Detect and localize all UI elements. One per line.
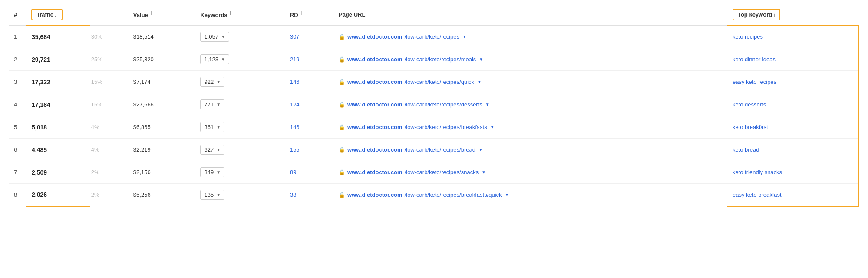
cell-keywords[interactable]: 349 ▼ <box>195 161 284 184</box>
cell-url[interactable]: 🔒 www.dietdoctor.com/low-carb/keto/recip… <box>333 184 727 206</box>
cell-top-keyword[interactable]: keto recipes <box>727 25 859 48</box>
table-row: 5 5,018 4% $6,865 361 ▼ 146 🔒 www.dietdo… <box>9 116 859 139</box>
url-path: /low-carb/keto/recipes/breakfasts <box>405 124 487 130</box>
cell-traffic: 17,322 <box>26 71 90 93</box>
cell-url[interactable]: 🔒 www.dietdoctor.com/low-carb/keto/recip… <box>333 139 727 161</box>
cell-percent: 4% <box>90 139 128 161</box>
cell-traffic: 29,721 <box>26 48 90 71</box>
url-dropdown-icon[interactable]: ▼ <box>485 102 490 107</box>
url-dropdown-icon[interactable]: ▼ <box>490 125 495 129</box>
url-dropdown-icon[interactable]: ▼ <box>505 192 509 197</box>
cell-keywords[interactable]: 922 ▼ <box>195 71 284 93</box>
lock-icon: 🔒 <box>339 56 345 63</box>
cell-traffic: 17,184 <box>26 93 90 116</box>
keywords-dropdown[interactable]: 922 ▼ <box>200 77 224 87</box>
keywords-dropdown[interactable]: 1,123 ▼ <box>200 54 229 64</box>
url-dropdown-icon[interactable]: ▼ <box>479 57 483 62</box>
url-path: /low-carb/keto/recipes/snacks <box>405 169 479 175</box>
cell-num: 4 <box>9 93 26 116</box>
col-header-traffic[interactable]: Traffic ↓ <box>26 4 128 25</box>
cell-top-keyword[interactable]: easy keto breakfast <box>727 184 859 206</box>
cell-top-keyword[interactable]: keto desserts <box>727 93 859 116</box>
top-keyword-info-icon[interactable]: i <box>774 12 775 17</box>
cell-keywords[interactable]: 1,123 ▼ <box>195 48 284 71</box>
keywords-info-icon[interactable]: i <box>230 10 231 16</box>
keywords-dropdown[interactable]: 135 ▼ <box>200 190 224 200</box>
value-info-icon[interactable]: i <box>150 10 152 16</box>
keywords-dropdown[interactable]: 1,057 ▼ <box>200 32 229 42</box>
url-path: /low-carb/keto/recipes/meals <box>405 56 476 63</box>
page-url-link[interactable]: 🔒 www.dietdoctor.com/low-carb/keto/recip… <box>339 101 490 108</box>
cell-top-keyword[interactable]: keto dinner ideas <box>727 48 859 71</box>
cell-url[interactable]: 🔒 www.dietdoctor.com/low-carb/keto/recip… <box>333 71 727 93</box>
cell-percent: 15% <box>90 93 128 116</box>
cell-keywords[interactable]: 361 ▼ <box>195 116 284 139</box>
table-row: 2 29,721 25% $25,320 1,123 ▼ 219 🔒 www.d… <box>9 48 859 71</box>
url-dropdown-icon[interactable]: ▼ <box>477 79 482 84</box>
page-url-link[interactable]: 🔒 www.dietdoctor.com/low-carb/keto/recip… <box>339 169 486 175</box>
keywords-dropdown[interactable]: 361 ▼ <box>200 122 224 132</box>
page-url-link[interactable]: 🔒 www.dietdoctor.com/low-carb/keto/recip… <box>339 192 509 198</box>
cell-top-keyword[interactable]: keto breakfast <box>727 116 859 139</box>
page-url-link[interactable]: 🔒 www.dietdoctor.com/low-carb/keto/recip… <box>339 124 495 130</box>
header-row: # Traffic ↓ Value i Keywords i R <box>9 4 859 25</box>
cell-keywords[interactable]: 627 ▼ <box>195 139 284 161</box>
keywords-dropdown[interactable]: 771 ▼ <box>200 99 224 109</box>
rd-info-icon[interactable]: i <box>300 10 302 16</box>
cell-value: $25,320 <box>128 48 195 71</box>
cell-value: $2,156 <box>128 161 195 184</box>
table-row: 7 2,509 2% $2,156 349 ▼ 89 🔒 www.dietdoc… <box>9 161 859 184</box>
cell-url[interactable]: 🔒 www.dietdoctor.com/low-carb/keto/recip… <box>333 25 727 48</box>
cell-url[interactable]: 🔒 www.dietdoctor.com/low-carb/keto/recip… <box>333 116 727 139</box>
cell-percent: 25% <box>90 48 128 71</box>
cell-url[interactable]: 🔒 www.dietdoctor.com/low-carb/keto/recip… <box>333 161 727 184</box>
keywords-dropdown[interactable]: 627 ▼ <box>200 145 224 155</box>
cell-url[interactable]: 🔒 www.dietdoctor.com/low-carb/keto/recip… <box>333 48 727 71</box>
cell-value: $18,514 <box>128 25 195 48</box>
keywords-count: 361 <box>204 124 214 130</box>
cell-top-keyword[interactable]: keto friendly snacks <box>727 161 859 184</box>
url-domain: www.dietdoctor.com <box>347 146 403 153</box>
page-url-link[interactable]: 🔒 www.dietdoctor.com/low-carb/keto/recip… <box>339 79 482 85</box>
page-url-link[interactable]: 🔒 www.dietdoctor.com/low-carb/keto/recip… <box>339 146 483 153</box>
cell-traffic: 2,509 <box>26 161 90 184</box>
cell-traffic: 35,684 <box>26 25 90 48</box>
cell-keywords[interactable]: 135 ▼ <box>195 184 284 206</box>
cell-num: 1 <box>9 25 26 48</box>
page-url-link[interactable]: 🔒 www.dietdoctor.com/low-carb/keto/recip… <box>339 56 483 63</box>
url-path: /low-carb/keto/recipes/desserts <box>405 101 482 108</box>
url-domain: www.dietdoctor.com <box>347 169 403 175</box>
url-path: /low-carb/keto/recipes/breakfasts/quick <box>405 192 502 198</box>
cell-value: $2,219 <box>128 139 195 161</box>
cell-top-keyword[interactable]: keto bread <box>727 139 859 161</box>
cell-num: 3 <box>9 71 26 93</box>
url-dropdown-icon[interactable]: ▼ <box>462 34 467 39</box>
keywords-count: 1,123 <box>204 56 218 63</box>
url-domain: www.dietdoctor.com <box>347 101 403 108</box>
col-header-top-keyword: Top keyword i <box>727 4 859 25</box>
table-row: 4 17,184 15% $27,666 771 ▼ 124 🔒 www.die… <box>9 93 859 116</box>
cell-keywords[interactable]: 1,057 ▼ <box>195 25 284 48</box>
table-row: 1 35,684 30% $18,514 1,057 ▼ 307 🔒 www.d… <box>9 25 859 48</box>
dropdown-arrow-icon: ▼ <box>216 79 221 84</box>
keywords-dropdown[interactable]: 349 ▼ <box>200 167 224 177</box>
data-table: # Traffic ↓ Value i Keywords i R <box>9 4 859 207</box>
url-dropdown-icon[interactable]: ▼ <box>479 147 483 152</box>
col-header-page-url: Page URL <box>333 4 727 25</box>
col-header-value: Value i <box>128 4 195 25</box>
cell-url[interactable]: 🔒 www.dietdoctor.com/low-carb/keto/recip… <box>333 93 727 116</box>
page-url-link[interactable]: 🔒 www.dietdoctor.com/low-carb/keto/recip… <box>339 33 467 40</box>
lock-icon: 🔒 <box>339 192 345 198</box>
col-header-keywords: Keywords i <box>195 4 284 25</box>
cell-traffic: 5,018 <box>26 116 90 139</box>
cell-top-keyword[interactable]: easy keto recipes <box>727 71 859 93</box>
cell-num: 7 <box>9 161 26 184</box>
cell-value: $5,256 <box>128 184 195 206</box>
url-dropdown-icon[interactable]: ▼ <box>482 170 486 175</box>
cell-traffic: 2,026 <box>26 184 90 206</box>
cell-rd: 307 <box>285 25 333 48</box>
dropdown-arrow-icon: ▼ <box>221 57 225 62</box>
col-header-num: # <box>9 4 26 25</box>
cell-rd: 219 <box>285 48 333 71</box>
cell-keywords[interactable]: 771 ▼ <box>195 93 284 116</box>
